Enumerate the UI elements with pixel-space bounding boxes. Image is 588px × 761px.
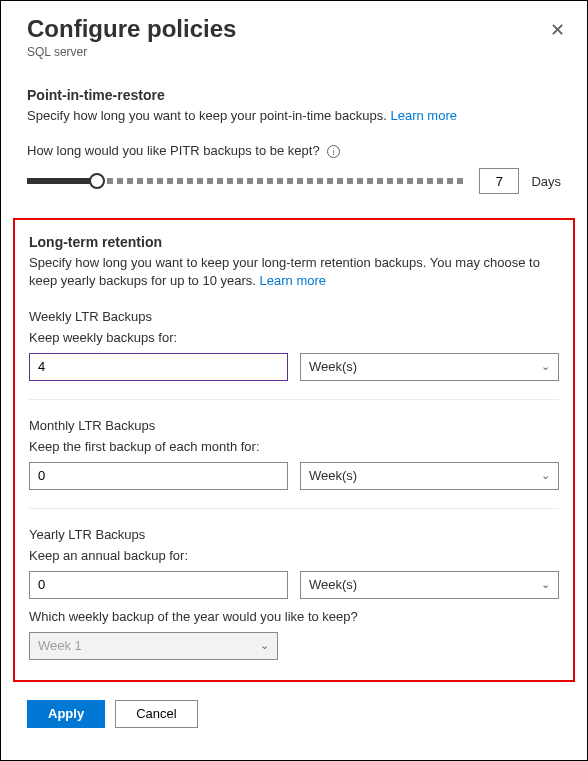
close-icon: ✕ [550,20,565,40]
dialog-footer: Apply Cancel [1,682,587,746]
divider [29,399,559,400]
chevron-down-icon: ⌄ [541,578,550,591]
pitr-days-unit: Days [531,174,561,189]
monthly-label: Keep the first backup of each month for: [29,439,559,454]
pitr-title: Point-in-time-restore [27,87,561,103]
weekly-unit-select[interactable]: Week(s) ⌄ [300,353,559,381]
weekly-block: Weekly LTR Backups Keep weekly backups f… [29,309,559,381]
pitr-description: Specify how long you want to keep your p… [27,107,561,125]
yearly-label: Keep an annual backup for: [29,548,559,563]
yearly-heading: Yearly LTR Backups [29,527,559,542]
dialog-subtitle: SQL server [27,45,561,59]
pitr-learn-more-link[interactable]: Learn more [391,108,457,123]
pitr-days-input[interactable] [479,168,519,194]
apply-button[interactable]: Apply [27,700,105,728]
monthly-value-input[interactable] [29,462,288,490]
info-icon[interactable]: i [327,145,340,158]
weekly-value-input[interactable] [29,353,288,381]
close-button[interactable]: ✕ [550,19,565,41]
pitr-section: Point-in-time-restore Specify how long y… [1,69,587,194]
ltr-learn-more-link[interactable]: Learn more [260,273,326,288]
monthly-heading: Monthly LTR Backups [29,418,559,433]
ltr-title: Long-term retention [29,234,559,250]
chevron-down-icon: ⌄ [541,360,550,373]
ltr-description: Specify how long you want to keep your l… [29,254,559,290]
yearly-block: Yearly LTR Backups Keep an annual backup… [29,527,559,660]
dialog-title: Configure policies [27,15,561,43]
chevron-down-icon: ⌄ [541,469,550,482]
weekly-label: Keep weekly backups for: [29,330,559,345]
weekly-heading: Weekly LTR Backups [29,309,559,324]
yearly-unit-select[interactable]: Week(s) ⌄ [300,571,559,599]
yearly-value-input[interactable] [29,571,288,599]
slider-thumb[interactable] [89,173,105,189]
yearly-which-label: Which weekly backup of the year would yo… [29,609,559,624]
pitr-question: How long would you like PITR backups to … [27,143,561,158]
chevron-down-icon: ⌄ [260,639,269,652]
cancel-button[interactable]: Cancel [115,700,197,728]
ltr-section: Long-term retention Specify how long you… [13,218,575,681]
pitr-slider-row: Days [27,168,561,194]
monthly-block: Monthly LTR Backups Keep the first backu… [29,418,559,490]
yearly-which-select: Week 1 ⌄ [29,632,278,660]
dialog-header: Configure policies SQL server ✕ [1,1,587,69]
divider [29,508,559,509]
pitr-slider[interactable] [27,178,467,184]
monthly-unit-select[interactable]: Week(s) ⌄ [300,462,559,490]
